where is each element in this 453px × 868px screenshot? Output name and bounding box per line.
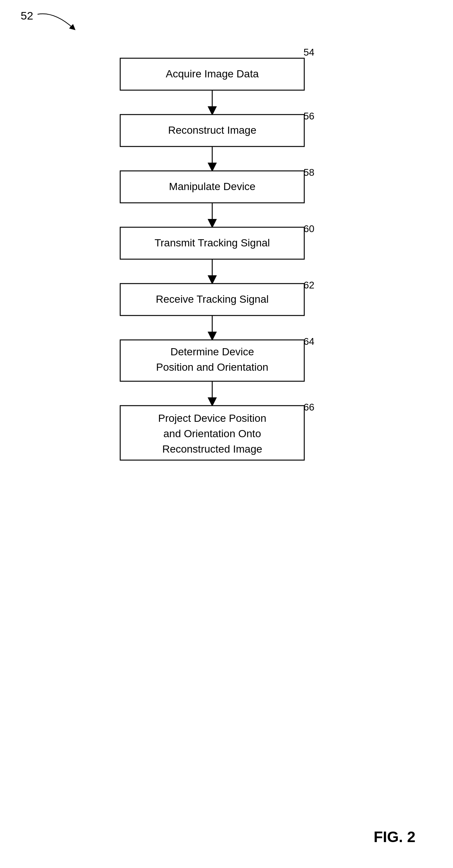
step-66-label-line2: and Orientation Onto xyxy=(163,428,261,439)
svg-text:56: 56 xyxy=(304,110,314,122)
step-58-label: Manipulate Device xyxy=(169,181,255,192)
svg-text:66: 66 xyxy=(304,402,314,413)
step-56-label: Reconstruct Image xyxy=(168,124,257,136)
svg-text:60: 60 xyxy=(304,223,314,234)
svg-text:62: 62 xyxy=(304,279,314,291)
step-60-label: Transmit Tracking Signal xyxy=(154,237,270,249)
svg-text:64: 64 xyxy=(304,336,314,347)
step-62-label: Receive Tracking Signal xyxy=(156,293,269,305)
step-54-label: Acquire Image Data xyxy=(166,68,259,80)
svg-text:58: 58 xyxy=(304,167,314,178)
flowchart-svg: 54 Acquire Image Data 56 Reconstruct Ima… xyxy=(56,34,394,785)
step-64-label-line2: Position and Orientation xyxy=(156,361,269,373)
figure-label: FIG. 2 xyxy=(374,829,415,845)
svg-text:54: 54 xyxy=(304,47,314,58)
svg-text:52: 52 xyxy=(21,9,33,22)
step-66-label-line1: Project Device Position xyxy=(158,412,266,424)
step-64-label-line1: Determine Device xyxy=(171,346,254,358)
diagram-container: 52 54 Acquire Image Data 56 Reconstruct … xyxy=(0,0,453,868)
step-66-label-line3: Reconstructed Image xyxy=(162,443,262,455)
diagram-label-52-arrow: 52 xyxy=(21,8,103,38)
